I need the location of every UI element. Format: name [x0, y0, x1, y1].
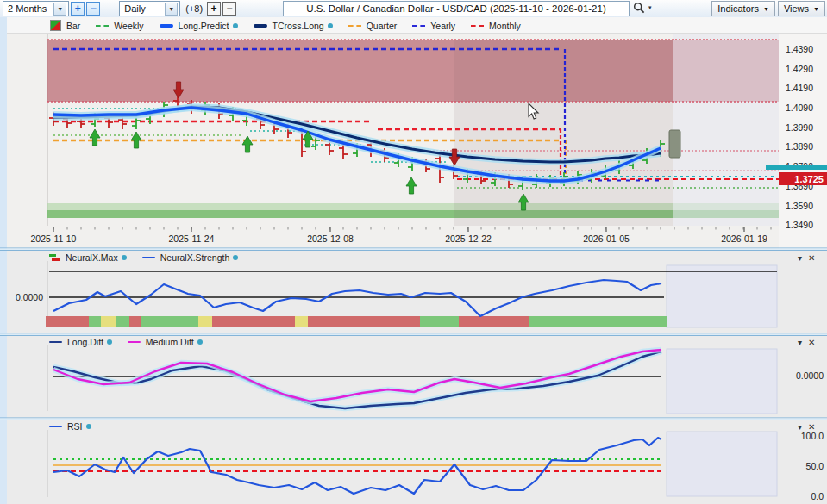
- neural-index-strip-segment: [89, 316, 101, 327]
- date-axis-label: 2025-12-22: [445, 233, 492, 244]
- series-options-dot[interactable]: [233, 23, 238, 28]
- legend-label: NeuralX.Max: [66, 252, 118, 263]
- legend-label: NeuralX.Strength: [160, 252, 230, 263]
- price-axis-label: 1.3990: [779, 122, 813, 133]
- legend-label: TCross.Long: [273, 21, 324, 31]
- line-swatch-icon: [142, 257, 155, 259]
- close-panel-icon[interactable]: ✕: [808, 338, 815, 347]
- chart-scroll-handle[interactable]: [669, 130, 680, 158]
- price-axis-label: 1.4090: [779, 103, 813, 113]
- close-panel-icon[interactable]: ✕: [808, 253, 815, 263]
- date-axis-label: 2025-12-08: [307, 233, 354, 244]
- price-axis-label: 1.4390: [779, 44, 813, 54]
- line-swatch-icon: [471, 25, 484, 27]
- series-options-dot[interactable]: [328, 23, 333, 28]
- rsi-future-box: [667, 432, 777, 496]
- diff-legend: Long.DiffMedium.Diff: [49, 337, 203, 347]
- legend-item-quarter[interactable]: Quarter: [348, 21, 398, 31]
- legend-label: Quarter: [367, 21, 398, 31]
- neural-index-strip-segment: [129, 316, 141, 327]
- neuralx-panel-controls: ▾✕: [792, 253, 815, 263]
- neural-index-strip-segment: [141, 316, 198, 327]
- neural-index-strip-segment: [116, 316, 129, 327]
- neuralx-future-box: [667, 265, 777, 327]
- series-options-dot[interactable]: [86, 424, 91, 429]
- line-swatch-icon: [49, 426, 62, 428]
- line-swatch-icon: [49, 341, 62, 344]
- line-swatch-icon: [412, 25, 425, 27]
- neural-index-strip-segment: [529, 316, 667, 327]
- main-chart-legend: BarWeeklyLong.PredictTCross.LongQuarterY…: [7, 18, 521, 33]
- rsi-legend: RSI: [49, 421, 91, 432]
- legend-label: Yearly: [430, 21, 455, 31]
- line-swatch-icon: [128, 341, 141, 344]
- legend-label: Monthly: [489, 21, 521, 31]
- line-swatch-icon: [254, 24, 267, 28]
- neural-index-strip-segment: [212, 316, 295, 327]
- legend-item-yearly[interactable]: Yearly: [412, 21, 455, 31]
- date-axis-label: 2025-11-10: [31, 233, 77, 244]
- neural-index-strip-segment: [46, 316, 89, 327]
- series-options-dot[interactable]: [233, 255, 238, 260]
- rsi-legend-item-rsi[interactable]: RSI: [49, 421, 91, 432]
- mid-overlay: [454, 40, 673, 226]
- line-swatch-icon: [348, 25, 361, 27]
- legend-label: Long.Diff: [67, 337, 103, 347]
- price-axis-label: 1.4290: [779, 64, 813, 74]
- neuralx-legend-item-neuralx-strength[interactable]: NeuralX.Strength: [142, 252, 239, 263]
- legend-item-bar[interactable]: Bar: [50, 20, 80, 31]
- legend-label: RSI: [67, 421, 83, 432]
- date-axis-label: 2025-11-24: [169, 233, 215, 244]
- rsi-value-label: 50.0: [791, 461, 824, 471]
- diff-future-box: [667, 349, 777, 414]
- price-axis-label: 1.3590: [779, 201, 813, 211]
- rsi-value-label: 0.0: [791, 491, 824, 501]
- price-axis-label: 1.3490: [779, 220, 813, 230]
- series-options-dot[interactable]: [122, 255, 127, 260]
- rsi-value-label: 100.0: [791, 431, 824, 441]
- rsi-panel-controls: ▾✕: [792, 422, 815, 432]
- bar-style-icon: [50, 20, 61, 31]
- future-overlay: [673, 34, 779, 226]
- neural-index-strip-segment: [420, 316, 459, 327]
- neural-max-icon: [49, 254, 60, 262]
- price-axis-label: 1.3890: [779, 141, 813, 152]
- diff-legend-item-long-diff[interactable]: Long.Diff: [49, 337, 112, 347]
- date-axis-label: 2026-01-19: [721, 233, 767, 244]
- collapse-panel-icon[interactable]: ▾: [798, 422, 802, 432]
- neuralx-legend-item-neuralx-max[interactable]: NeuralX.Max: [49, 252, 127, 263]
- price-axis-label: 1.4190: [779, 83, 813, 93]
- neural-index-strip-segment: [101, 316, 116, 327]
- diff-panel-controls: ▾✕: [792, 338, 815, 347]
- diff-legend-item-medium-diff[interactable]: Medium.Diff: [128, 337, 203, 347]
- line-swatch-icon: [160, 24, 173, 28]
- close-panel-icon[interactable]: ✕: [808, 422, 815, 432]
- neural-index-strip-segment: [198, 316, 212, 327]
- neural-index-strip-segment: [459, 316, 529, 327]
- current-price-badge: 1.3725: [779, 172, 827, 185]
- series-options-dot[interactable]: [107, 339, 112, 345]
- line-swatch-icon: [96, 25, 109, 27]
- legend-label: Long.Predict: [179, 21, 229, 31]
- neural-index-strip-segment: [295, 316, 308, 327]
- legend-label: Medium.Diff: [146, 337, 194, 347]
- legend-label: Weekly: [114, 21, 143, 31]
- date-axis-label: 2026-01-05: [583, 233, 630, 244]
- collapse-panel-icon[interactable]: ▾: [798, 338, 802, 347]
- legend-label: Bar: [66, 21, 80, 31]
- series-options-dot[interactable]: [197, 339, 203, 345]
- diff-value-label: 0.0000: [791, 370, 824, 381]
- neuralx-legend: NeuralX.MaxNeuralX.Strength: [49, 252, 238, 263]
- collapse-panel-icon[interactable]: ▾: [798, 253, 802, 263]
- neural-index-strip-segment: [308, 316, 420, 327]
- legend-item-weekly[interactable]: Weekly: [96, 21, 143, 31]
- neuralx-value-label: 0.0000: [7, 292, 43, 302]
- legend-item-long-predict[interactable]: Long.Predict: [160, 21, 238, 31]
- legend-item-tcross-long[interactable]: TCross.Long: [254, 21, 333, 31]
- vantagepoint-app-window: 2 Months ▼ + − Daily ▼ (+8) + − U.S. Dol…: [0, 0, 827, 504]
- current-price-teal-marker: [766, 165, 827, 170]
- legend-item-monthly[interactable]: Monthly: [471, 21, 521, 31]
